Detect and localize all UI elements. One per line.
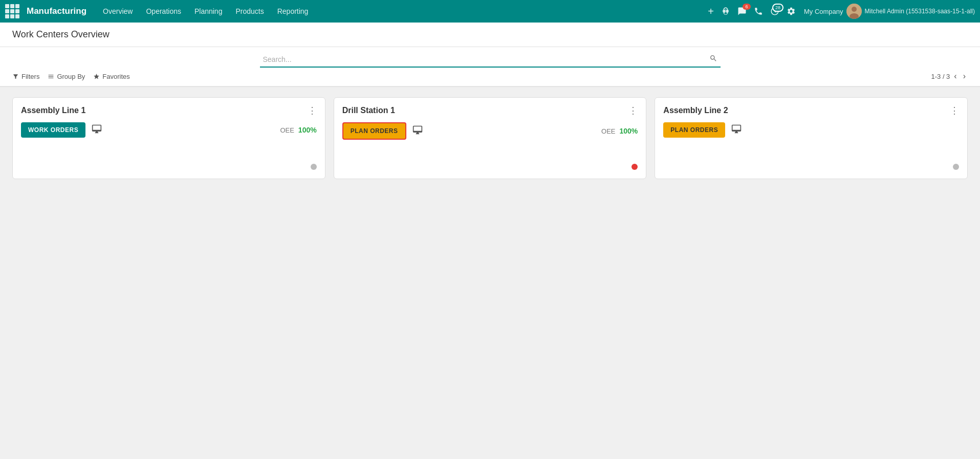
work-center-card-3: Assembly Line 2 ⋮ PLAN ORDERS xyxy=(655,97,968,179)
nav-operations[interactable]: Operations xyxy=(140,5,187,17)
page-title: Work Centers Overview xyxy=(12,29,110,40)
clock-icon[interactable]: 28 xyxy=(768,5,781,18)
card-1-body: WORK ORDERS OEE 100% xyxy=(21,122,317,138)
work-center-card-1: Assembly Line 1 ⋮ WORK ORDERS OEE 100% xyxy=(12,97,325,179)
search-row xyxy=(0,47,980,68)
topnav-icons-group: + 6 28 My Company Mitchell Adm xyxy=(706,4,975,19)
card-2-body: PLAN ORDERS OEE 100% xyxy=(342,122,638,140)
username-label: Mitchell Admin (15531538-saas-15-1-all) xyxy=(865,8,975,15)
card-1-oee-label: OEE xyxy=(280,126,294,134)
nav-planning[interactable]: Planning xyxy=(188,5,229,17)
next-page-button[interactable]: › xyxy=(961,71,968,82)
card-1-footer xyxy=(311,163,317,171)
monitor-icon-3[interactable] xyxy=(731,124,742,137)
search-icon[interactable] xyxy=(709,54,717,64)
card-1-oee: OEE 100% xyxy=(280,126,316,134)
apps-menu-icon[interactable] xyxy=(5,4,19,18)
top-navigation: Manufacturing Overview Operations Planni… xyxy=(0,0,980,23)
pagination-info: 1-3 / 3 ‹ › xyxy=(931,71,968,82)
card-1-status-dot xyxy=(311,164,317,170)
card-2-status-dot xyxy=(631,164,638,170)
phone-icon[interactable] xyxy=(752,5,765,18)
card-2-oee: OEE 100% xyxy=(601,127,638,135)
card-3-body: PLAN ORDERS xyxy=(663,122,959,138)
card-3-status-dot xyxy=(953,164,959,170)
monitor-icon-1[interactable] xyxy=(92,124,102,137)
nav-reporting[interactable]: Reporting xyxy=(271,5,315,17)
search-container xyxy=(260,52,721,68)
user-menu[interactable]: Mitchell Admin (15531538-saas-15-1-all) xyxy=(846,4,975,19)
card-1-menu-button[interactable]: ⋮ xyxy=(308,106,317,115)
group-by-button[interactable]: Group By xyxy=(48,73,85,80)
card-3-menu-button[interactable]: ⋮ xyxy=(950,106,959,115)
company-name[interactable]: My Company xyxy=(804,8,843,15)
nav-products[interactable]: Products xyxy=(229,5,270,17)
clock-badge: 28 xyxy=(772,4,783,12)
card-1-oee-value: 100% xyxy=(298,126,317,134)
card-2-menu-button[interactable]: ⋮ xyxy=(628,106,638,115)
filter-buttons: Filters Group By Favorites xyxy=(12,73,130,80)
filters-button[interactable]: Filters xyxy=(12,73,39,80)
prev-page-button[interactable]: ‹ xyxy=(952,71,959,82)
plan-orders-button-2[interactable]: PLAN ORDERS xyxy=(342,122,406,140)
card-3-title: Assembly Line 2 xyxy=(663,106,728,115)
search-input[interactable] xyxy=(263,53,709,65)
card-3-footer xyxy=(953,163,959,171)
search-filter-area: Filters Group By Favorites 1-3 / 3 ‹ › xyxy=(0,47,980,87)
chat-badge: 6 xyxy=(743,4,751,10)
favorites-button[interactable]: Favorites xyxy=(93,73,129,80)
card-2-footer xyxy=(631,163,638,171)
card-1-header: Assembly Line 1 ⋮ xyxy=(21,106,317,115)
monitor-icon-2[interactable] xyxy=(412,125,423,138)
filter-row: Filters Group By Favorites 1-3 / 3 ‹ › xyxy=(0,68,980,86)
card-2-title: Drill Station 1 xyxy=(342,106,395,115)
app-brand[interactable]: Manufacturing xyxy=(27,6,86,16)
main-menu: Overview Operations Planning Products Re… xyxy=(97,5,704,17)
page-header: Work Centers Overview xyxy=(0,23,980,47)
main-content: Assembly Line 1 ⋮ WORK ORDERS OEE 100% D… xyxy=(0,87,980,459)
debug-icon[interactable] xyxy=(719,5,732,18)
work-center-card-2: Drill Station 1 ⋮ PLAN ORDERS OEE 100% xyxy=(334,97,647,179)
settings-icon[interactable] xyxy=(785,5,798,18)
pagination-text: 1-3 / 3 xyxy=(931,73,950,80)
add-icon[interactable]: + xyxy=(706,4,716,19)
card-3-header: Assembly Line 2 ⋮ xyxy=(663,106,959,115)
card-2-header: Drill Station 1 ⋮ xyxy=(342,106,638,115)
card-2-oee-value: 100% xyxy=(620,127,638,135)
svg-point-1 xyxy=(852,7,857,12)
card-1-title: Assembly Line 1 xyxy=(21,106,85,115)
card-2-oee-label: OEE xyxy=(601,127,615,135)
work-centers-grid: Assembly Line 1 ⋮ WORK ORDERS OEE 100% D… xyxy=(12,97,968,179)
chat-icon[interactable]: 6 xyxy=(735,5,749,18)
work-orders-button-1[interactable]: WORK ORDERS xyxy=(21,122,85,138)
avatar xyxy=(846,4,862,19)
plan-orders-button-3[interactable]: PLAN ORDERS xyxy=(663,122,725,138)
nav-overview[interactable]: Overview xyxy=(97,5,139,17)
